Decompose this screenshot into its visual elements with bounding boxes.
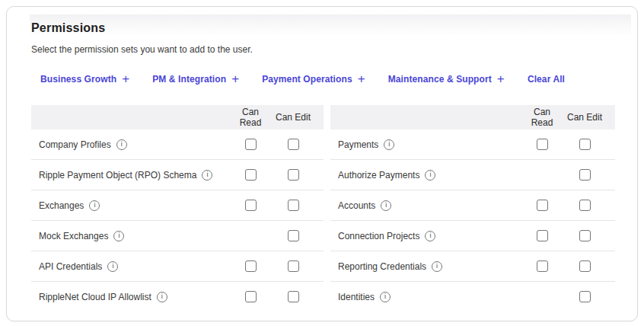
preset-button-label: Business Growth — [40, 73, 116, 86]
permission-row: Exchanges i — [31, 190, 324, 221]
preset-button-label: Maintenance & Support — [388, 73, 492, 86]
can-edit-cell — [563, 260, 606, 272]
info-icon[interactable]: i — [380, 292, 391, 302]
can-read-checkbox[interactable] — [245, 200, 257, 211]
can-edit-header: Can Edit — [272, 112, 314, 123]
table-header: Can Read Can Edit — [330, 105, 615, 129]
can-edit-checkbox[interactable] — [579, 139, 591, 150]
plus-icon: + — [497, 75, 505, 84]
can-edit-checkbox[interactable] — [579, 169, 591, 181]
can-read-checkbox[interactable] — [537, 200, 548, 211]
info-icon[interactable]: i — [202, 170, 212, 181]
info-icon[interactable]: i — [116, 139, 127, 150]
permission-row: Company Profiles i — [31, 129, 324, 160]
permission-label: Ripple Payment Object (RPO) Schema — [39, 170, 196, 181]
info-icon[interactable]: i — [381, 200, 391, 211]
preset-button-label: PM & Integration — [152, 73, 226, 86]
can-edit-cell — [563, 169, 606, 181]
can-edit-checkbox[interactable] — [288, 169, 299, 181]
can-edit-checkbox[interactable] — [288, 291, 299, 302]
can-read-cell — [521, 260, 563, 272]
permission-label: Identities — [338, 292, 375, 302]
can-read-cell — [229, 169, 272, 181]
can-edit-cell — [272, 169, 314, 181]
plus-icon: + — [122, 75, 129, 84]
permission-label: Mock Exchanges — [39, 231, 108, 241]
table-rows: Payments i Authorize Payments i Accounts… — [330, 129, 615, 312]
can-read-checkbox[interactable] — [537, 260, 548, 272]
permission-label-cell: Identities i — [330, 292, 521, 302]
info-icon[interactable]: i — [89, 200, 100, 211]
preset-button-business-growth[interactable]: Business Growth + — [40, 73, 129, 86]
permission-label-cell: Accounts i — [330, 200, 521, 211]
permission-row: RippleNet Cloud IP Allowlist i — [31, 282, 324, 312]
can-edit-checkbox[interactable] — [579, 200, 591, 211]
can-edit-header: Can Edit — [563, 112, 606, 123]
can-edit-cell — [272, 200, 314, 211]
permission-label: Exchanges — [39, 200, 84, 211]
can-read-checkbox[interactable] — [245, 169, 257, 181]
preset-button-pm-integration[interactable]: PM & Integration + — [152, 73, 239, 86]
can-read-checkbox[interactable] — [245, 291, 257, 302]
permission-label: API Credentials — [39, 261, 102, 272]
can-edit-checkbox[interactable] — [579, 291, 591, 302]
can-edit-checkbox[interactable] — [579, 230, 591, 241]
permission-row: Authorize Payments i — [330, 160, 615, 190]
info-icon[interactable]: i — [384, 139, 394, 150]
can-edit-checkbox[interactable] — [579, 260, 591, 272]
can-edit-checkbox[interactable] — [288, 260, 299, 272]
plus-icon: + — [231, 75, 239, 84]
can-edit-cell — [563, 230, 606, 241]
can-read-cell — [521, 200, 563, 211]
table-header: Can Read Can Edit — [31, 105, 324, 129]
info-icon[interactable]: i — [432, 261, 442, 272]
permission-label: Company Profiles — [39, 139, 111, 150]
can-edit-cell — [272, 291, 314, 302]
can-read-cell — [521, 230, 563, 241]
can-edit-cell — [563, 200, 606, 211]
can-read-cell — [521, 139, 563, 150]
can-read-cell — [229, 260, 272, 272]
permission-label: Reporting Credentials — [338, 261, 426, 272]
can-read-checkbox[interactable] — [537, 230, 548, 241]
info-icon[interactable]: i — [425, 170, 435, 181]
can-read-checkbox[interactable] — [537, 139, 548, 150]
can-read-checkbox[interactable] — [245, 260, 257, 272]
can-read-cell — [521, 291, 563, 302]
permission-label-cell: Company Profiles i — [31, 139, 229, 150]
can-read-cell — [229, 139, 272, 150]
permission-label: Authorize Payments — [338, 170, 419, 181]
info-icon[interactable]: i — [113, 231, 124, 241]
permission-label: Payments — [338, 139, 378, 150]
permission-label: Accounts — [338, 200, 375, 211]
preset-button-maintenance-support[interactable]: Maintenance & Support + — [388, 73, 505, 86]
can-edit-checkbox[interactable] — [288, 200, 299, 211]
permission-label-cell: Mock Exchanges i — [31, 231, 229, 241]
can-edit-checkbox[interactable] — [288, 230, 299, 241]
can-edit-cell — [272, 260, 314, 272]
plus-icon: + — [358, 75, 365, 84]
permission-label: RippleNet Cloud IP Allowlist — [39, 292, 151, 302]
preset-buttons-row: Business Growth + PM & Integration + Pay… — [31, 73, 637, 86]
permission-row: Payments i — [330, 129, 615, 160]
can-edit-checkbox[interactable] — [288, 139, 299, 150]
permission-label-cell: Reporting Credentials i — [330, 261, 521, 272]
page-title: Permissions — [31, 22, 637, 34]
permissions-card: Permissions Select the permission sets y… — [6, 6, 638, 321]
can-read-checkbox[interactable] — [245, 139, 257, 150]
can-edit-cell — [272, 230, 314, 241]
info-icon[interactable]: i — [157, 292, 167, 302]
permission-label-cell: Ripple Payment Object (RPO) Schema i — [31, 170, 229, 181]
permission-row: API Credentials i — [31, 251, 324, 282]
can-read-cell — [229, 200, 272, 211]
info-icon[interactable]: i — [425, 231, 435, 241]
permission-label-cell: API Credentials i — [31, 261, 229, 272]
clear-all-button[interactable]: Clear All — [528, 73, 565, 86]
info-icon[interactable]: i — [107, 261, 118, 272]
can-read-cell — [229, 291, 272, 302]
permission-label-cell: Authorize Payments i — [330, 170, 521, 181]
permission-row: Mock Exchanges i — [31, 221, 324, 251]
preset-button-payment-operations[interactable]: Payment Operations + — [262, 73, 365, 86]
permission-row: Accounts i — [330, 190, 615, 221]
permissions-table-right: Can Read Can Edit Payments i Authorize P… — [330, 105, 615, 312]
